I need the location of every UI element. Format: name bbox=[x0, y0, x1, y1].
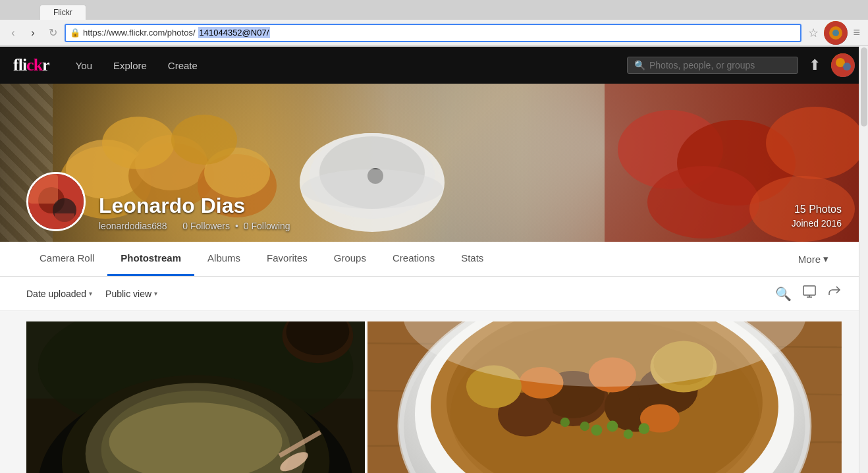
back-button[interactable]: ‹ bbox=[5, 25, 21, 41]
svg-point-22 bbox=[766, 107, 865, 179]
address-base: https://www.flickr.com/photos/ bbox=[83, 28, 196, 38]
profile-info: Leonardo Dias leonardodias688 0 Follower… bbox=[99, 194, 778, 231]
tab-stats[interactable]: Stats bbox=[448, 242, 497, 276]
tab-creations[interactable]: Creations bbox=[379, 242, 448, 276]
share-icon[interactable] bbox=[827, 285, 842, 302]
photo-2-wrap bbox=[367, 321, 842, 473]
tab-more-label: More bbox=[798, 254, 821, 265]
joined-date: Joined 2016 bbox=[792, 218, 842, 229]
lock-icon: 🔒 bbox=[70, 28, 80, 38]
search-icon: 🔍 bbox=[634, 60, 645, 70]
slideshow-icon[interactable] bbox=[802, 285, 817, 302]
svg-point-2 bbox=[832, 30, 839, 36]
browser-tabs: Flickr bbox=[0, 0, 868, 20]
bookmark-button[interactable]: ☆ bbox=[805, 23, 821, 43]
tab-camera-roll[interactable]: Camera Roll bbox=[26, 242, 107, 276]
browser-tab[interactable]: Flickr bbox=[40, 5, 86, 20]
profile-followers[interactable]: 0 Followers bbox=[182, 221, 230, 231]
photos-grid bbox=[0, 311, 868, 473]
tab-more[interactable]: More ▾ bbox=[785, 242, 842, 275]
tab-photostream[interactable]: Photostream bbox=[107, 242, 194, 276]
photo-1-wrap bbox=[26, 321, 365, 473]
date-filter-label: Date uploaded bbox=[26, 289, 86, 299]
tab-more-arrow: ▾ bbox=[823, 253, 828, 265]
address-bar[interactable]: 🔒 https://www.flickr.com/photos/14104435… bbox=[65, 24, 801, 42]
svg-point-12 bbox=[102, 117, 175, 169]
nav-link-create[interactable]: Create bbox=[157, 47, 208, 84]
nav-link-explore[interactable]: Explore bbox=[103, 47, 157, 84]
user-avatar[interactable] bbox=[831, 53, 855, 77]
svg-rect-30 bbox=[803, 286, 815, 295]
toolbar-actions: 🔍 bbox=[775, 285, 842, 302]
photos-toolbar: Date uploaded ▾ Public view ▾ 🔍 bbox=[0, 277, 868, 311]
refresh-button[interactable]: ↻ bbox=[45, 25, 61, 41]
photo-item[interactable] bbox=[26, 321, 365, 473]
flickr-navbar: flickr You Explore Create 🔍 ⬆ bbox=[0, 47, 868, 84]
profile-name: Leonardo Dias bbox=[99, 194, 778, 218]
nav-right: ⬆ bbox=[809, 53, 855, 77]
profile-following[interactable]: 0 Following bbox=[244, 221, 290, 231]
tab-favorites[interactable]: Favorites bbox=[254, 242, 321, 276]
profile-avatar[interactable] bbox=[26, 172, 86, 231]
date-filter-arrow: ▾ bbox=[89, 290, 92, 297]
photos-count: 15 Photos bbox=[792, 204, 842, 215]
profile-meta: leonardodias688 0 Followers • 0 Followin… bbox=[99, 221, 778, 231]
cover-photo: Leonardo Dias leonardodias688 0 Follower… bbox=[0, 84, 868, 242]
profile-section: Leonardo Dias leonardodias688 0 Follower… bbox=[0, 172, 868, 242]
view-filter-button[interactable]: Public view ▾ bbox=[105, 289, 157, 299]
view-filter-label: Public view bbox=[105, 289, 151, 299]
tab-albums[interactable]: Albums bbox=[194, 242, 254, 276]
svg-point-5 bbox=[843, 63, 851, 70]
date-filter-button[interactable]: Date uploaded ▾ bbox=[26, 289, 92, 299]
upload-button[interactable]: ⬆ bbox=[809, 57, 821, 74]
profile-separator: • bbox=[235, 221, 238, 231]
profile-username: leonardodias688 bbox=[99, 221, 167, 231]
tabs-bar: Camera Roll Photostream Albums Favorites… bbox=[0, 242, 868, 277]
flickr-app: flickr You Explore Create 🔍 ⬆ bbox=[0, 47, 868, 473]
tab-groups[interactable]: Groups bbox=[321, 242, 379, 276]
address-highlighted: 141044352@N07/ bbox=[198, 27, 271, 38]
browser-menu-button[interactable]: ≡ bbox=[850, 23, 863, 42]
view-filter-arrow: ▾ bbox=[154, 290, 157, 297]
browser-actions: ☆ ≡ bbox=[805, 21, 863, 45]
flickr-logo[interactable]: flickr bbox=[13, 55, 49, 75]
browser-avatar[interactable] bbox=[824, 21, 848, 45]
scrollbar-thumb[interactable] bbox=[861, 47, 867, 126]
nav-links: You Explore Create bbox=[65, 47, 627, 84]
profile-stats: 15 Photos Joined 2016 bbox=[792, 204, 842, 231]
svg-rect-29 bbox=[55, 213, 74, 231]
search-bar[interactable]: 🔍 bbox=[627, 57, 798, 74]
browser-toolbar: ‹ › ↻ 🔒 https://www.flickr.com/photos/14… bbox=[0, 20, 868, 46]
forward-button[interactable]: › bbox=[25, 25, 41, 41]
nav-link-you[interactable]: You bbox=[65, 47, 103, 84]
photo-item[interactable] bbox=[367, 321, 842, 473]
browser-chrome: Flickr ‹ › ↻ 🔒 https://www.flickr.com/ph… bbox=[0, 0, 868, 47]
svg-point-13 bbox=[171, 115, 237, 165]
scrollbar[interactable] bbox=[859, 46, 868, 473]
search-photos-icon[interactable]: 🔍 bbox=[775, 286, 792, 302]
search-input[interactable] bbox=[649, 60, 791, 70]
svg-rect-27 bbox=[28, 174, 58, 204]
